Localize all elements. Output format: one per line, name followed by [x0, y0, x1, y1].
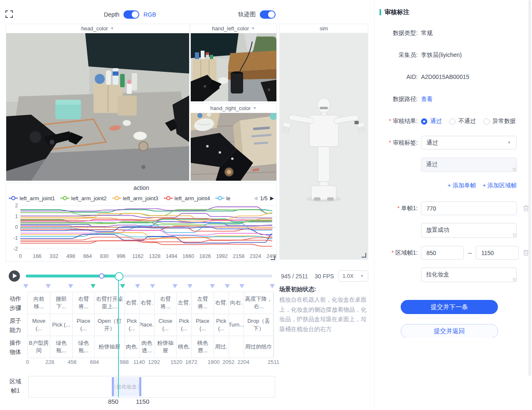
hand-left-title-dropdown[interactable]: hand_left_color▼	[191, 24, 276, 33]
legend-item-left_arm_joint4[interactable]: left_arm_joint4	[164, 195, 210, 201]
region-note-textarea[interactable]: 拉化妆盒	[421, 268, 517, 282]
step-cell[interactable]	[229, 336, 244, 358]
step-cell[interactable]: 左臂.	[177, 292, 192, 314]
step-cell[interactable]: Place (...	[73, 314, 95, 336]
region-end-input[interactable]	[476, 246, 519, 260]
playback-slider-handle[interactable]	[115, 272, 123, 281]
legend-item-left_arm_joint1[interactable]: left_arm_joint1	[9, 195, 55, 201]
step-cell[interactable]: B户型房间	[28, 336, 50, 358]
timeline-boundary-marker[interactable]	[225, 284, 230, 288]
legend-prev-icon[interactable]: ◀	[254, 195, 257, 201]
head-camera-title-dropdown[interactable]: head_color▼	[6, 24, 189, 33]
svg-text:1992: 1992	[216, 253, 228, 259]
svg-text:996: 996	[117, 253, 126, 259]
data-path-link[interactable]: 查看	[421, 96, 433, 103]
resize-corner-icon[interactable]	[271, 255, 275, 260]
timeline-boundary-marker[interactable]	[91, 284, 96, 288]
timeline-boundary-marker[interactable]	[150, 284, 155, 288]
legend-item-left_arm_joint3[interactable]: left_arm_joint3	[112, 195, 158, 201]
timeline-boundary-marker[interactable]	[172, 284, 177, 288]
step-cell[interactable]: Pick (...	[214, 314, 229, 336]
timeline-boundary-marker[interactable]	[187, 284, 192, 288]
region-frame-segment[interactable]: 拉化妆盒	[112, 377, 141, 396]
frame-counter: 945 / 2511	[281, 273, 308, 280]
single-frame-input[interactable]	[421, 201, 517, 215]
step-cell[interactable]: 左臂将...	[192, 292, 214, 314]
review-result-option-不通过[interactable]: 不通过	[449, 118, 476, 125]
submit-return-button[interactable]: 提交并返回	[401, 324, 498, 338]
step-cell[interactable]: Pick (...	[177, 314, 192, 336]
region-start-label: 850	[108, 398, 118, 405]
step-cell[interactable]: Pick (...	[125, 314, 140, 336]
step-cell[interactable]: Pick (...	[50, 314, 73, 336]
step-cell[interactable]: Place (...	[192, 314, 214, 336]
region-frame-track[interactable]: 拉化妆盒	[28, 376, 275, 398]
timeline-boundary-marker[interactable]	[68, 284, 73, 288]
collector-label: 采集员:	[374, 52, 418, 59]
step-cell[interactable]: Drop（丢下）	[244, 314, 274, 336]
step-cell[interactable]: 用过的纸巾	[244, 336, 274, 358]
step-cell[interactable]: Move (...	[28, 314, 50, 336]
step-cell[interactable]: 用过.	[214, 336, 229, 358]
step-cell[interactable]: 右臂.	[140, 292, 155, 314]
step-cell[interactable]: Place..	[140, 314, 155, 336]
step-cell[interactable]: 肉色透...	[140, 336, 155, 358]
timeline-boundary-marker[interactable]	[210, 284, 215, 288]
add-frame-links: + 添加单帧 + 添加区域帧	[421, 182, 517, 189]
data-type-label: 数据类型:	[374, 29, 418, 37]
step-cell[interactable]: 右臂将...	[155, 292, 177, 314]
step-cell[interactable]: 粉饼抽屉	[155, 336, 177, 358]
trajectory-toggle-group: 轨迹图	[238, 10, 276, 19]
step-cell[interactable]: 绿色瓶...	[73, 336, 95, 358]
add-single-frame-link[interactable]: + 添加单帧	[448, 182, 476, 189]
step-cell[interactable]: 右臂.	[125, 292, 140, 314]
step-cell[interactable]: 粉饼抽屉	[95, 336, 125, 358]
hand-right-title-dropdown[interactable]: hand_right_color▼	[191, 104, 276, 113]
step-cell[interactable]: Open（打开）	[95, 314, 125, 336]
review-result-option-通过[interactable]: 通过	[421, 118, 442, 125]
single-frame-marker-dot[interactable]	[99, 273, 104, 279]
depth-rgb-toggle[interactable]	[123, 10, 139, 19]
speed-select[interactable]: 1.0X ▼	[338, 270, 368, 282]
timeline-boundary-marker[interactable]	[270, 284, 275, 288]
submit-next-button[interactable]: 提交并下一条	[401, 300, 498, 314]
timeline-boundary-marker[interactable]	[239, 284, 244, 288]
single-frame-note-textarea[interactable]: 放置成功	[421, 223, 517, 238]
trajectory-label: 轨迹图	[238, 11, 256, 18]
step-cell[interactable]: 向右.	[229, 292, 244, 314]
step-cell[interactable]: 向前移...	[28, 292, 50, 314]
aid-value: A2D0015AB00015	[421, 74, 469, 80]
resize-corner-icon[interactable]	[362, 253, 366, 258]
legend-item-le[interactable]: le	[215, 195, 230, 201]
add-region-frame-link[interactable]: + 添加区域帧	[483, 182, 517, 189]
step-cell[interactable]: 桃色唇...	[192, 336, 214, 358]
step-cell[interactable]: 桃色.	[177, 336, 192, 358]
step-cell[interactable]: 肉色.	[125, 336, 140, 358]
step-cell[interactable]: 右臂打开桌面上...	[95, 292, 125, 314]
trajectory-toggle[interactable]	[260, 10, 276, 19]
timeline-boundary-marker[interactable]	[46, 284, 51, 288]
timeline-boundary-marker[interactable]	[23, 284, 28, 288]
single-frame-note-row: 放置成功	[374, 223, 526, 238]
step-cell[interactable]: 右臂将...	[73, 292, 95, 314]
timeline-axis-label: 1672	[185, 359, 197, 365]
review-result-row: 审核结果: 通过 不通过 异常数据	[374, 118, 526, 125]
region-start-input[interactable]	[421, 246, 464, 260]
legend-next-icon[interactable]: ▶	[270, 195, 274, 201]
timeline-boundary-marker[interactable]	[135, 284, 140, 288]
tag-note-textarea[interactable]: 通过	[421, 157, 517, 172]
play-button[interactable]	[9, 270, 20, 282]
fullscreen-icon[interactable]	[5, 10, 13, 18]
step-cell[interactable]: 腰部下...	[50, 292, 73, 314]
page-scrollbar[interactable]	[528, 0, 531, 376]
step-cell[interactable]: Turn...	[229, 314, 244, 336]
legend-item-left_arm_joint2[interactable]: left_arm_joint2	[60, 195, 106, 201]
step-cell[interactable]: 高度下降，右...	[244, 292, 274, 314]
timeline-boundary-marker[interactable]	[120, 284, 125, 288]
review-result-option-异常数据[interactable]: 异常数据	[483, 118, 516, 125]
step-cell[interactable]: Close (...	[155, 314, 177, 336]
step-cell[interactable]: 绿色瓶...	[50, 336, 73, 358]
sim-robot-image	[280, 33, 368, 259]
step-cell[interactable]: 右臂.	[214, 292, 229, 314]
review-tag-select[interactable]: 通过 ▼	[421, 136, 517, 150]
